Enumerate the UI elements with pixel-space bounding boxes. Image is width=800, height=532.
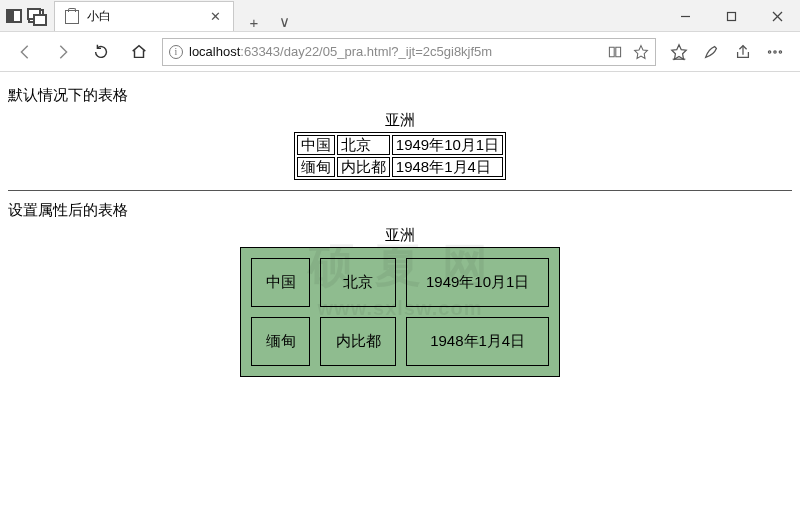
tab-title: 小白 xyxy=(87,8,199,25)
cell: 内比都 xyxy=(320,317,396,366)
cell: 内比都 xyxy=(337,157,390,177)
cell: 缅甸 xyxy=(251,317,310,366)
cell: 北京 xyxy=(320,258,396,307)
table-row: 中国 北京 1949年10月1日 xyxy=(297,135,503,155)
browser-tab[interactable]: 小白 ✕ xyxy=(54,1,234,31)
cell: 中国 xyxy=(297,135,335,155)
show-tabs-icon[interactable] xyxy=(28,9,44,23)
divider xyxy=(8,190,792,191)
svg-marker-4 xyxy=(635,45,648,58)
refresh-button[interactable] xyxy=(86,37,116,67)
table-row: 中国 北京 1949年10月1日 xyxy=(251,258,549,307)
tab-actions: + ∨ xyxy=(234,13,304,31)
page-content: 默认情况下的表格 亚洲 中国 北京 1949年10月1日 缅甸 内比都 1948… xyxy=(0,72,800,387)
back-button[interactable] xyxy=(10,37,40,67)
minimize-button[interactable] xyxy=(662,0,708,32)
cell: 北京 xyxy=(337,135,390,155)
table-caption: 亚洲 xyxy=(294,111,506,132)
new-tab-button[interactable]: + xyxy=(244,14,264,31)
maximize-button[interactable] xyxy=(708,0,754,32)
tabs-aside-icon[interactable] xyxy=(6,9,22,23)
window-controls xyxy=(662,0,800,31)
close-window-button[interactable] xyxy=(754,0,800,32)
tab-tools xyxy=(0,0,50,31)
favorites-hub-icon[interactable] xyxy=(670,43,688,61)
cell: 缅甸 xyxy=(297,157,335,177)
reading-view-icon[interactable] xyxy=(607,44,623,60)
share-icon[interactable] xyxy=(734,43,752,61)
cell: 1948年1月4日 xyxy=(392,157,503,177)
home-button[interactable] xyxy=(124,37,154,67)
cell: 1949年10月1日 xyxy=(392,135,503,155)
blank-page-icon xyxy=(65,10,79,24)
section2-label: 设置属性后的表格 xyxy=(8,201,792,220)
cell: 中国 xyxy=(251,258,310,307)
default-table: 亚洲 中国 北京 1949年10月1日 缅甸 内比都 1948年1月4日 xyxy=(294,111,506,180)
notes-icon[interactable] xyxy=(702,43,720,61)
table-caption: 亚洲 xyxy=(240,226,560,247)
address-trail xyxy=(607,44,649,60)
section1-label: 默认情况下的表格 xyxy=(8,86,792,105)
url-host: localhost xyxy=(189,44,240,59)
forward-button[interactable] xyxy=(48,37,78,67)
cell: 1948年1月4日 xyxy=(406,317,549,366)
cell: 1949年10月1日 xyxy=(406,258,549,307)
tab-dropdown-button[interactable]: ∨ xyxy=(274,13,294,31)
styled-table: 亚洲 中国 北京 1949年10月1日 缅甸 内比都 1948年1月4日 xyxy=(240,226,560,377)
url-rest: :63343/day22/05_pra.html?_ijt=2c5gi8kjf5… xyxy=(240,44,492,59)
svg-point-9 xyxy=(774,50,776,52)
address-field[interactable]: i localhost:63343/day22/05_pra.html?_ijt… xyxy=(162,38,656,66)
toolbar: i localhost:63343/day22/05_pra.html?_ijt… xyxy=(0,32,800,72)
title-bar: 小白 ✕ + ∨ xyxy=(0,0,800,32)
close-tab-button[interactable]: ✕ xyxy=(207,9,223,25)
table-row: 缅甸 内比都 1948年1月4日 xyxy=(251,317,549,366)
svg-point-10 xyxy=(779,50,781,52)
svg-rect-1 xyxy=(727,12,735,20)
svg-point-8 xyxy=(768,50,770,52)
favorite-star-icon[interactable] xyxy=(633,44,649,60)
table-row: 缅甸 内比都 1948年1月4日 xyxy=(297,157,503,177)
more-icon[interactable] xyxy=(766,43,784,61)
site-info-icon[interactable]: i xyxy=(169,45,183,59)
toolbar-right xyxy=(664,43,790,61)
tab-strip: 小白 ✕ + ∨ xyxy=(50,0,662,31)
svg-marker-5 xyxy=(672,44,686,58)
url-text: localhost:63343/day22/05_pra.html?_ijt=2… xyxy=(189,44,601,59)
